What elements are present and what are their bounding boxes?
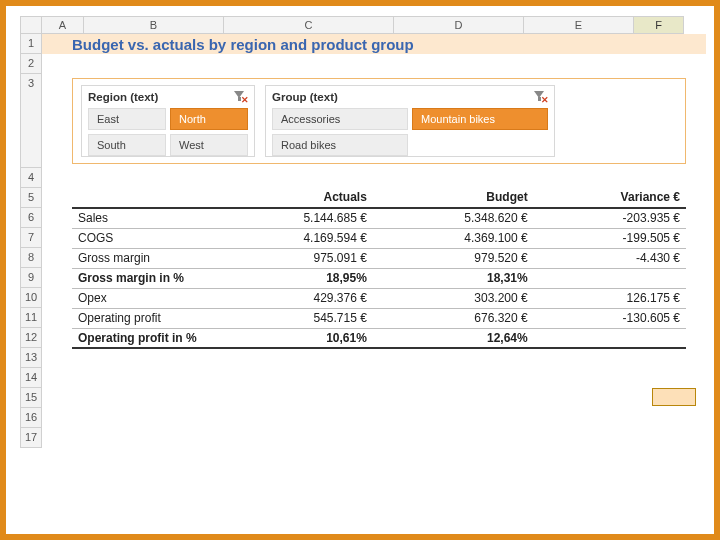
cell-value[interactable]: 979.520 € <box>373 248 534 268</box>
table-header-Budget: Budget <box>373 188 534 208</box>
blank-row-2 <box>42 54 706 74</box>
table-row: Gross margin975.091 €979.520 €-4.430 € <box>72 248 686 268</box>
table-row: Sales5.144.685 €5.348.620 €-203.935 € <box>72 208 686 228</box>
slicer-group-item-mountain-bikes[interactable]: Mountain bikes <box>412 108 548 130</box>
table-row: Operating profit545.715 €676.320 €-130.6… <box>72 308 686 328</box>
page-title: Budget vs. actuals by region and product… <box>72 36 414 53</box>
row-label[interactable]: COGS <box>72 228 212 248</box>
row-header-12[interactable]: 12 <box>20 328 42 348</box>
title-row: Budget vs. actuals by region and product… <box>42 34 706 54</box>
slicer-region-item-south[interactable]: South <box>88 134 166 156</box>
cell-value[interactable]: 676.320 € <box>373 308 534 328</box>
row-label[interactable]: Gross margin in % <box>72 268 212 288</box>
row-header-4[interactable]: 4 <box>20 168 42 188</box>
data-area: ActualsBudgetVariance € Sales5.144.685 €… <box>42 188 706 349</box>
spreadsheet: ABCDEF 1234567891011121314151617 Budget … <box>20 16 706 526</box>
table-row: Opex429.376 €303.200 €126.175 € <box>72 288 686 308</box>
row-label[interactable]: Operating profit <box>72 308 212 328</box>
cell-value[interactable]: 18,95% <box>212 268 373 288</box>
row-header-15[interactable]: 15 <box>20 388 42 408</box>
cell-value[interactable] <box>534 328 686 348</box>
row-header-10[interactable]: 10 <box>20 288 42 308</box>
row-label[interactable]: Gross margin <box>72 248 212 268</box>
row-label[interactable]: Operating profit in % <box>72 328 212 348</box>
row-header-8[interactable]: 8 <box>20 248 42 268</box>
slicer-region-clear-button[interactable]: ✕ <box>232 90 248 104</box>
table-row: Gross margin in %18,95%18,31% <box>72 268 686 288</box>
cell-value[interactable]: -130.605 € <box>534 308 686 328</box>
slicer-region: Region (text) ✕ EastNorthSouthWest <box>81 85 255 157</box>
cell-value[interactable]: 4.169.594 € <box>212 228 373 248</box>
cell-value[interactable]: 5.348.620 € <box>373 208 534 228</box>
select-all-corner[interactable] <box>20 16 42 34</box>
slicer-container: Region (text) ✕ EastNorthSouthWest <box>72 78 686 164</box>
cell-value[interactable]: 4.369.100 € <box>373 228 534 248</box>
column-header-B[interactable]: B <box>84 16 224 34</box>
slicer-group: Group (text) ✕ AccessoriesMountain bikes… <box>265 85 555 157</box>
row-label[interactable]: Opex <box>72 288 212 308</box>
table-header-label <box>72 188 212 208</box>
row-header-9[interactable]: 9 <box>20 268 42 288</box>
row-header-7[interactable]: 7 <box>20 228 42 248</box>
row-header-14[interactable]: 14 <box>20 368 42 388</box>
cell-value[interactable]: 18,31% <box>373 268 534 288</box>
row-header-1[interactable]: 1 <box>20 34 42 54</box>
slicer-group-clear-button[interactable]: ✕ <box>532 90 548 104</box>
slicer-region-item-east[interactable]: East <box>88 108 166 130</box>
cell-value[interactable]: 429.376 € <box>212 288 373 308</box>
slicer-group-item-accessories[interactable]: Accessories <box>272 108 408 130</box>
table-header-Variance €: Variance € <box>534 188 686 208</box>
table-row: Operating profit in %10,61%12,64% <box>72 328 686 348</box>
row-header-6[interactable]: 6 <box>20 208 42 228</box>
cell-value[interactable]: 12,64% <box>373 328 534 348</box>
table-header-Actuals: Actuals <box>212 188 373 208</box>
budget-table: ActualsBudgetVariance € Sales5.144.685 €… <box>72 188 686 349</box>
app-window: ABCDEF 1234567891011121314151617 Budget … <box>0 0 720 540</box>
cell-value[interactable]: 303.200 € <box>373 288 534 308</box>
column-header-F[interactable]: F <box>634 16 684 34</box>
cell-value[interactable]: 126.175 € <box>534 288 686 308</box>
slicer-region-title: Region (text) <box>88 91 158 103</box>
cell-value[interactable]: -4.430 € <box>534 248 686 268</box>
cell-value[interactable]: 545.715 € <box>212 308 373 328</box>
row-header-2[interactable]: 2 <box>20 54 42 74</box>
sheet-content: Budget vs. actuals by region and product… <box>42 34 706 448</box>
selected-cell-f17[interactable] <box>652 388 696 406</box>
clear-x-icon: ✕ <box>241 95 249 105</box>
row-header-11[interactable]: 11 <box>20 308 42 328</box>
cell-value[interactable] <box>534 268 686 288</box>
slicer-region-item-north[interactable]: North <box>170 108 248 130</box>
row-header-5[interactable]: 5 <box>20 188 42 208</box>
row-label[interactable]: Sales <box>72 208 212 228</box>
row-header-3[interactable]: 3 <box>20 74 42 168</box>
slicer-region-item-west[interactable]: West <box>170 134 248 156</box>
table-row: COGS4.169.594 €4.369.100 €-199.505 € <box>72 228 686 248</box>
cell-value[interactable]: 5.144.685 € <box>212 208 373 228</box>
slicer-row: Region (text) ✕ EastNorthSouthWest <box>42 74 706 168</box>
cell-value[interactable]: -203.935 € <box>534 208 686 228</box>
cell-value[interactable]: -199.505 € <box>534 228 686 248</box>
column-header-E[interactable]: E <box>524 16 634 34</box>
slicer-group-item-road-bikes[interactable]: Road bikes <box>272 134 408 156</box>
column-headers: ABCDEF <box>20 16 706 34</box>
cell-value[interactable]: 10,61% <box>212 328 373 348</box>
clear-x-icon: ✕ <box>541 95 549 105</box>
column-header-D[interactable]: D <box>394 16 524 34</box>
row-header-16[interactable]: 16 <box>20 408 42 428</box>
column-header-C[interactable]: C <box>224 16 394 34</box>
row-headers: 1234567891011121314151617 <box>20 34 42 448</box>
column-header-A[interactable]: A <box>42 16 84 34</box>
slicer-group-title: Group (text) <box>272 91 338 103</box>
blank-row-4 <box>42 168 706 188</box>
row-header-13[interactable]: 13 <box>20 348 42 368</box>
cell-value[interactable]: 975.091 € <box>212 248 373 268</box>
row-header-17[interactable]: 17 <box>20 428 42 448</box>
